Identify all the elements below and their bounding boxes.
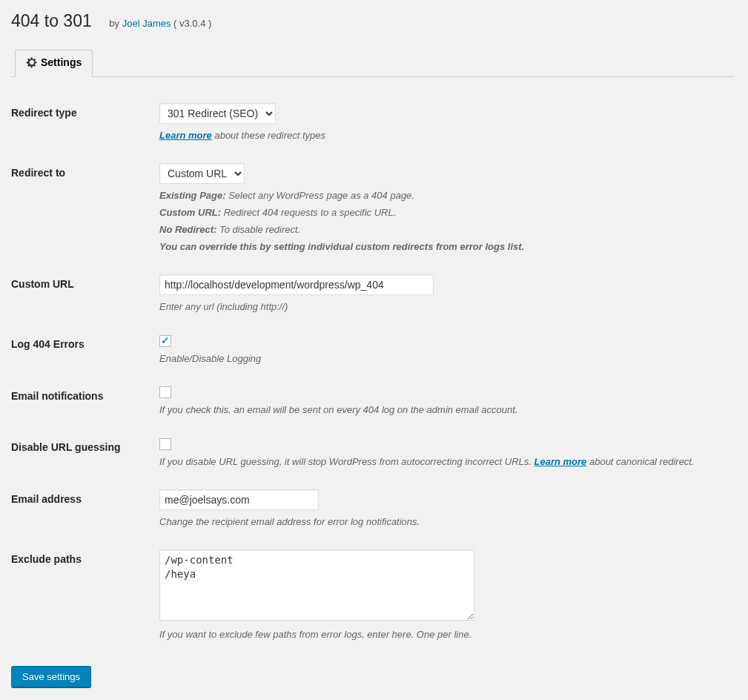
label-log-404: Log 404 Errors	[11, 323, 159, 375]
label-disable-url-guessing: Disable URL guessing	[11, 426, 159, 478]
save-button[interactable]: Save settings	[11, 666, 91, 687]
tabs-container: Settings	[11, 50, 733, 77]
select-redirect-type[interactable]: 301 Redirect (SEO)	[159, 103, 276, 124]
select-redirect-to[interactable]: Custom URL	[159, 163, 245, 184]
page-title: 404 to 301	[11, 11, 92, 31]
label-email-notifications: Email notifications	[11, 375, 159, 427]
label-email-address: Email address	[11, 478, 159, 538]
author-link[interactable]: Joel James	[122, 18, 171, 29]
gear-icon	[26, 56, 38, 70]
checkbox-email-notifications[interactable]	[159, 386, 171, 398]
textarea-exclude-paths[interactable]	[159, 549, 474, 621]
settings-form: Redirect type 301 Redirect (SEO) Learn m…	[11, 92, 733, 651]
label-redirect-type: Redirect type	[11, 92, 159, 152]
checkbox-disable-url-guessing[interactable]	[159, 438, 171, 450]
checkbox-log-404[interactable]	[159, 335, 171, 347]
tab-settings[interactable]: Settings	[15, 50, 93, 77]
input-email-address[interactable]	[159, 489, 319, 510]
tab-label: Settings	[41, 56, 82, 68]
label-custom-url: Custom URL	[11, 263, 159, 323]
byline: by Joel James ( v3.0.4 )	[109, 18, 211, 29]
learn-more-redirect-types[interactable]: Learn more	[159, 130, 212, 141]
label-redirect-to: Redirect to	[11, 152, 159, 263]
learn-more-canonical[interactable]: Learn more	[534, 456, 587, 467]
input-custom-url[interactable]	[159, 274, 434, 295]
label-exclude-paths: Exclude paths	[11, 538, 159, 651]
